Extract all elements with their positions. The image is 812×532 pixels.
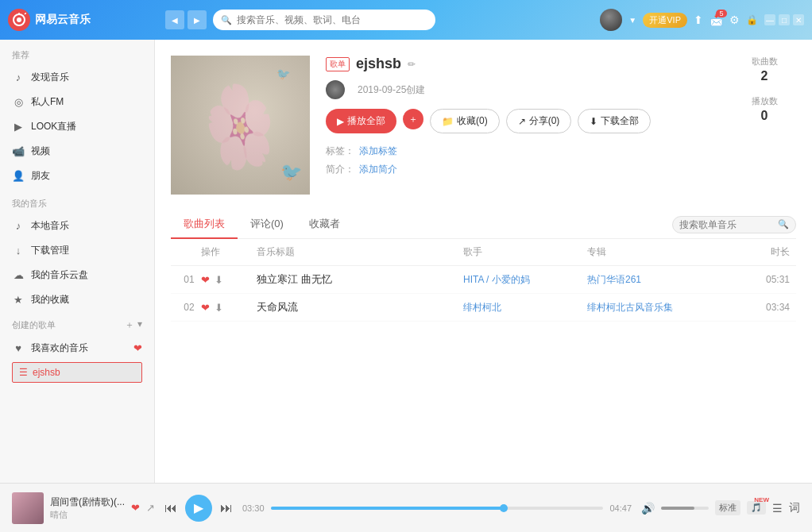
song-search-input[interactable] xyxy=(679,219,775,230)
tab-comments[interactable]: 评论(0) xyxy=(238,210,296,239)
progress-fill xyxy=(271,507,504,510)
settings-icon[interactable]: ⚙ xyxy=(729,13,740,26)
svg-point-1 xyxy=(17,17,21,22)
collect-icon: 📁 xyxy=(442,116,454,127)
upload-icon[interactable]: ⬆ xyxy=(694,13,703,26)
volume-fill xyxy=(661,507,694,510)
nav-back[interactable]: ◀ xyxy=(165,10,184,29)
music-icon: ♪ xyxy=(12,71,25,83)
playlist-icon: ☰ xyxy=(19,367,28,378)
now-playing-thumbnail[interactable] xyxy=(12,492,44,524)
notification-icon[interactable]: 📩 5 xyxy=(710,13,723,26)
dropdown-icon[interactable]: ▼ xyxy=(628,16,636,25)
edit-icon[interactable]: ✏ xyxy=(408,59,416,70)
tabs-row: 歌曲列表 评论(0) 收藏者 🔍 xyxy=(171,210,796,239)
song-album[interactable]: 热门华语261 xyxy=(587,273,742,287)
progress-area: 03:30 04:47 xyxy=(242,503,632,513)
share-icon: ↗ xyxy=(518,116,526,127)
song-table: 操作 音乐标题 歌手 专辑 时长 01 ❤ ⬇ 独立寒江 曲无忆 HITA / … xyxy=(171,239,796,322)
play-pause-button[interactable]: ▶ xyxy=(185,495,212,522)
sidebar-item-friends[interactable]: 👤 朋友 xyxy=(0,164,154,188)
add-desc-link[interactable]: 添加简介 xyxy=(359,163,397,176)
create-label: 创建的歌单 xyxy=(12,319,125,331)
share-button[interactable]: ↗ 分享(0) xyxy=(506,109,572,133)
cloud-icon: ☁ xyxy=(12,269,25,281)
prev-button[interactable]: ⏮ xyxy=(164,501,177,515)
sidebar-item-download[interactable]: ↓ 下载管理 xyxy=(0,238,154,263)
sidebar-item-cloud[interactable]: ☁ 我的音乐云盘 xyxy=(0,263,154,287)
volume-icon[interactable]: 🔊 xyxy=(641,502,655,515)
col-album-header: 专辑 xyxy=(587,245,742,259)
queue-button[interactable]: ☰ xyxy=(772,502,783,515)
sidebar-item-look[interactable]: ▶ LOOK直播 xyxy=(0,114,154,139)
sidebar-item-ejshsb[interactable]: ☰ ejshsb xyxy=(12,362,142,383)
creator-avatar[interactable] xyxy=(326,80,345,99)
lock-icon[interactable]: 🔒 xyxy=(746,14,758,25)
top-right-controls: ▼ 开通VIP ⬆ 📩 5 ⚙ 🔒 — □ ✕ xyxy=(600,9,804,31)
mode-new-button[interactable]: 🎵 NEW xyxy=(747,501,766,515)
sidebar-item-local[interactable]: ♪ 本地音乐 xyxy=(0,214,154,238)
tab-songs[interactable]: 歌曲列表 xyxy=(171,210,238,239)
song-download-button[interactable]: ⬇ xyxy=(215,302,223,314)
add-to-playlist-button[interactable]: ＋ xyxy=(403,109,423,129)
notification-badge: 5 xyxy=(716,10,727,17)
download-all-button[interactable]: ⬇ 下载全部 xyxy=(578,109,651,133)
play-all-button[interactable]: ▶ 播放全部 xyxy=(326,109,396,133)
avatar[interactable] xyxy=(600,9,622,31)
playlist-desc-row: 简介： 添加简介 xyxy=(326,163,717,176)
download-label: 下载全部 xyxy=(601,114,639,128)
song-artist[interactable]: HITA / 小爱的妈 xyxy=(463,273,587,287)
collect-button[interactable]: 📁 收藏(0) xyxy=(430,109,500,133)
mode-standard-button[interactable]: 标准 xyxy=(715,500,740,515)
sidebar-download-label: 下载管理 xyxy=(31,244,69,257)
lyrics-button[interactable]: 词 xyxy=(789,501,800,515)
add-playlist-icon[interactable]: ＋ xyxy=(125,318,134,332)
song-album[interactable]: 绯村柯北古风音乐集 xyxy=(587,301,742,314)
player-like-button[interactable]: ❤ xyxy=(131,502,140,514)
sidebar-favorites-label: 我喜欢的音乐 xyxy=(31,341,88,355)
song-artist[interactable]: 绯村柯北 xyxy=(463,301,587,314)
player-share-button[interactable]: ↗ xyxy=(146,502,155,514)
tab-collectors[interactable]: 收藏者 xyxy=(296,210,353,239)
sidebar-discover-label: 发现音乐 xyxy=(31,71,69,84)
sidebar-playlist-label: ejshsb xyxy=(33,367,60,378)
heart-icon: ♥ xyxy=(12,342,25,354)
sidebar-item-video[interactable]: 📹 视频 xyxy=(0,139,154,164)
play-icon: ▶ xyxy=(337,116,344,127)
search-icon: 🔍 xyxy=(221,15,232,25)
song-title[interactable]: 天命风流 xyxy=(257,300,463,314)
next-button[interactable]: ⏭ xyxy=(220,501,233,515)
playlist-tags-row: 标签： 添加标签 xyxy=(326,145,717,158)
close-button[interactable]: ✕ xyxy=(793,14,804,25)
like-button[interactable]: ❤ xyxy=(201,274,210,286)
sidebar-item-favorites[interactable]: ♥ 我喜欢的音乐 ❤ xyxy=(0,336,154,360)
sidebar-item-discover[interactable]: ♪ 发现音乐 xyxy=(0,65,154,90)
now-playing-title: 眉间雪(剧情歌)(... xyxy=(50,495,125,509)
vip-button[interactable]: 开通VIP xyxy=(643,13,687,28)
song-operations: ❤ ⬇ xyxy=(201,274,257,286)
sidebar-video-label: 视频 xyxy=(31,145,50,158)
sidebar-item-collect[interactable]: ★ 我的收藏 xyxy=(0,287,154,312)
search-input[interactable] xyxy=(237,14,427,25)
sidebar-item-fm[interactable]: ◎ 私人FM xyxy=(0,90,154,114)
sidebar-friends-label: 朋友 xyxy=(31,169,50,183)
expand-icon[interactable]: ▾ xyxy=(137,318,142,332)
player-controls: ⏮ ▶ ⏭ xyxy=(164,495,233,522)
fm-icon: ◎ xyxy=(12,96,25,108)
like-button[interactable]: ❤ xyxy=(201,302,210,314)
maximize-button[interactable]: □ xyxy=(779,14,790,25)
sidebar-fm-label: 私人FM xyxy=(31,95,64,109)
new-badge: NEW xyxy=(754,496,769,503)
sidebar-local-label: 本地音乐 xyxy=(31,219,69,233)
progress-bar[interactable] xyxy=(271,507,604,510)
volume-bar[interactable] xyxy=(661,507,709,510)
nav-forward[interactable]: ▶ xyxy=(188,10,207,29)
song-title[interactable]: 独立寒江 曲无忆 xyxy=(257,272,463,287)
minimize-button[interactable]: — xyxy=(764,14,775,25)
add-tags-link[interactable]: 添加标签 xyxy=(359,145,397,158)
svg-line-3 xyxy=(25,13,26,14)
playlist-title: ejshsb xyxy=(356,56,401,72)
app-logo xyxy=(8,9,30,31)
song-download-button[interactable]: ⬇ xyxy=(215,274,223,286)
sidebar-cloud-label: 我的音乐云盘 xyxy=(31,268,88,282)
